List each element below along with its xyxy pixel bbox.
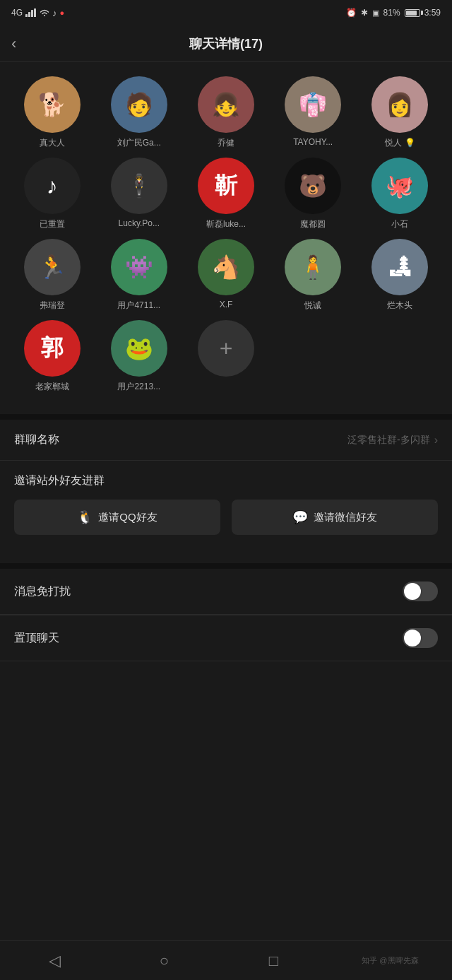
- member-avatar-9: 🐻: [285, 158, 341, 214]
- wifi-icon: [40, 8, 49, 17]
- back-button[interactable]: ‹: [11, 35, 16, 53]
- watermark: 知乎 @黑啤先森: [362, 955, 418, 966]
- invite-wechat-label: 邀请微信好友: [314, 511, 377, 524]
- member-name-7: Lucky.Po...: [111, 218, 167, 228]
- member-item-12[interactable]: 👾用户4711...: [98, 239, 179, 312]
- member-item-2[interactable]: 🧑刘广民Ga...: [98, 76, 179, 149]
- member-item-3[interactable]: 👧乔健: [185, 76, 266, 149]
- member-item-14[interactable]: 🧍悦诚: [273, 239, 354, 312]
- member-item-13[interactable]: 🐴X.F: [185, 239, 266, 312]
- svg-rect-0: [25, 14, 28, 17]
- chevron-right-icon: ›: [434, 434, 438, 447]
- member-avatar-4: 👘: [285, 76, 341, 133]
- nav-recent-button[interactable]: □: [252, 947, 295, 975]
- alarm-icon: ⏰: [346, 8, 357, 18]
- member-name-9: 魔都圆: [285, 218, 341, 230]
- member-name-17: 用户2213...: [111, 381, 167, 393]
- member-avatar-12: 👾: [111, 239, 167, 295]
- section-divider-2: [0, 563, 452, 569]
- signal-text: 4G: [11, 8, 23, 18]
- member-name-13: X.F: [198, 300, 254, 309]
- member-name-5: 悦人 💡: [371, 137, 428, 149]
- status-right: ⏰ ✱ ▣ 81% 3:59: [346, 8, 441, 18]
- member-avatar-10: 🐙: [371, 158, 428, 214]
- dnd-row: 消息免打扰: [0, 569, 452, 615]
- member-name-16: 老家郸城: [24, 381, 81, 393]
- invite-wechat-button[interactable]: 💬 邀请微信好友: [232, 500, 438, 535]
- dnd-label: 消息免打扰: [14, 584, 71, 599]
- member-item-17[interactable]: 🐸用户2213...: [98, 320, 179, 393]
- members-section: 🐕真大人🧑刘广民Ga...👧乔健👘TAYOHY...👩悦人 💡♪已重置🕴Luck…: [0, 62, 452, 400]
- member-avatar-11: 🏃: [24, 239, 81, 295]
- plus-icon: +: [220, 336, 233, 362]
- member-item-16[interactable]: 郭老家郸城: [11, 320, 93, 393]
- add-member-button[interactable]: +: [198, 320, 254, 377]
- signal-bars-icon: [25, 8, 37, 17]
- battery-percent: 81%: [383, 8, 400, 18]
- bottom-nav: ◁ ○ □ 知乎 @黑啤先森: [0, 940, 452, 980]
- member-avatar-5: 👩: [371, 76, 428, 133]
- dnd-toggle-knob: [404, 583, 421, 600]
- member-avatar-15: 🏞: [371, 239, 428, 295]
- member-item-15[interactable]: 🏞烂木头: [359, 239, 441, 312]
- member-avatar-2: 🧑: [111, 76, 167, 133]
- svg-rect-2: [31, 10, 33, 17]
- member-name-15: 烂木头: [371, 300, 428, 312]
- app-icon: ●: [60, 8, 65, 17]
- page-title: 聊天详情(17): [189, 35, 263, 52]
- member-item-1[interactable]: 🐕真大人: [11, 76, 93, 149]
- add-member-item[interactable]: +: [185, 320, 266, 393]
- group-name-row[interactable]: 群聊名称 泛零售社群-多闪群 ›: [0, 420, 452, 461]
- dnd-toggle[interactable]: [403, 581, 438, 601]
- time: 3:59: [424, 8, 441, 18]
- wechat-icon: 💬: [292, 509, 308, 525]
- member-name-4: TAYOHY...: [285, 137, 341, 147]
- pin-chat-toggle-knob: [404, 630, 421, 647]
- pin-chat-row: 置顶聊天: [0, 615, 452, 661]
- group-name-value-container: 泛零售社群-多闪群 ›: [347, 434, 438, 447]
- svg-rect-3: [34, 8, 36, 17]
- member-avatar-6: ♪: [24, 158, 81, 214]
- battery-icon: [405, 9, 420, 17]
- member-avatar-16: 郭: [24, 320, 81, 377]
- member-avatar-13: 🐴: [198, 239, 254, 295]
- member-name-11: 弗瑞登: [24, 300, 81, 312]
- status-bar: 4G ♪ ● ⏰ ✱ ▣ 81% 3:59: [0, 0, 452, 25]
- member-item-5[interactable]: 👩悦人 💡: [359, 76, 441, 149]
- member-item-7[interactable]: 🕴Lucky.Po...: [98, 158, 179, 230]
- member-name-1: 真大人: [24, 137, 81, 149]
- group-name-value: 泛零售社群-多闪群: [347, 434, 430, 447]
- nav-home-button[interactable]: ○: [143, 947, 185, 975]
- member-item-10[interactable]: 🐙小石: [359, 158, 441, 230]
- member-name-8: 靳磊luke...: [198, 218, 254, 230]
- pin-chat-label: 置顶聊天: [14, 631, 59, 646]
- header: ‹ 聊天详情(17): [0, 25, 452, 62]
- invite-qq-label: 邀请QQ好友: [98, 511, 157, 524]
- member-name-14: 悦诚: [285, 300, 341, 312]
- tiktok-icon: ♪: [52, 8, 57, 18]
- member-name-3: 乔健: [198, 137, 254, 149]
- invite-qq-button[interactable]: 🐧 邀请QQ好友: [14, 500, 220, 535]
- member-item-8[interactable]: 靳靳磊luke...: [185, 158, 266, 230]
- member-item-4[interactable]: 👘TAYOHY...: [273, 76, 354, 149]
- member-avatar-17: 🐸: [111, 320, 167, 377]
- member-name-2: 刘广民Ga...: [111, 137, 167, 149]
- member-name-12: 用户4711...: [111, 300, 167, 312]
- screenshot-icon: ▣: [372, 8, 379, 18]
- nav-back-button[interactable]: ◁: [33, 947, 76, 975]
- member-name-6: 已重置: [24, 218, 81, 230]
- member-item-9[interactable]: 🐻魔都圆: [273, 158, 354, 230]
- qq-icon: 🐧: [77, 509, 93, 525]
- settings-section: 群聊名称 泛零售社群-多闪群 › 邀请站外好友进群 🐧 邀请QQ好友 💬 邀请微…: [0, 420, 452, 661]
- member-avatar-14: 🧍: [285, 239, 341, 295]
- section-divider-1: [0, 414, 452, 420]
- pin-chat-toggle[interactable]: [403, 628, 438, 648]
- member-item-6[interactable]: ♪已重置: [11, 158, 93, 230]
- member-item-11[interactable]: 🏃弗瑞登: [11, 239, 93, 312]
- member-avatar-3: 👧: [198, 76, 254, 133]
- group-name-label: 群聊名称: [14, 432, 59, 447]
- members-grid: 🐕真大人🧑刘广民Ga...👧乔健👘TAYOHY...👩悦人 💡♪已重置🕴Luck…: [11, 76, 441, 393]
- status-left: 4G ♪ ●: [11, 8, 64, 18]
- member-avatar-7: 🕴: [111, 158, 167, 214]
- invite-buttons-container: 🐧 邀请QQ好友 💬 邀请微信好友: [0, 497, 452, 549]
